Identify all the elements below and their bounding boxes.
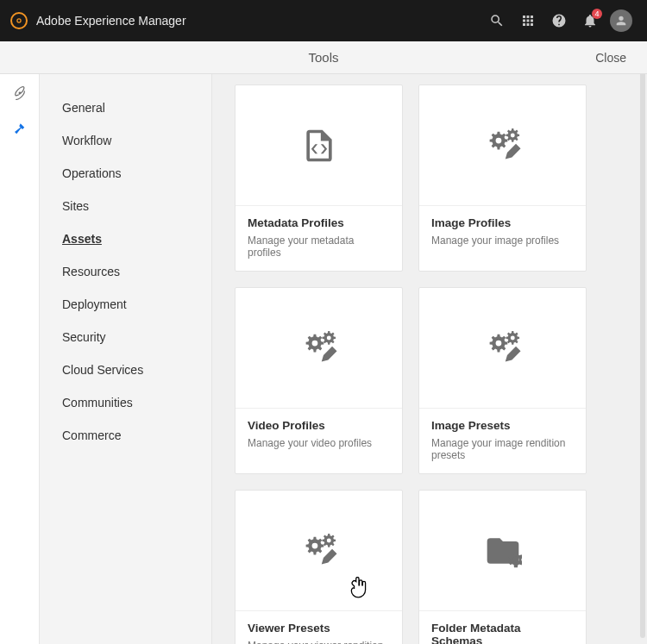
card-description: Manage your video profiles <box>248 437 390 449</box>
cursor-icon <box>348 577 370 603</box>
card-description: Manage your viewer rendition presets <box>248 640 390 644</box>
user-avatar[interactable] <box>606 5 637 36</box>
page-title: Tools <box>0 50 647 65</box>
sidebar-item-cloud-services[interactable]: Cloud Services <box>40 353 211 386</box>
search-icon[interactable] <box>481 5 512 36</box>
left-rail <box>0 74 40 644</box>
file-code-icon <box>236 85 402 206</box>
card-viewer-presets[interactable]: Viewer PresetsManage your viewer renditi… <box>235 490 403 644</box>
sidebar-item-general[interactable]: General <box>40 91 211 124</box>
solutions-grid-icon[interactable] <box>512 5 543 36</box>
card-title: Video Profiles <box>248 419 390 432</box>
sub-header: Tools Close <box>0 41 647 74</box>
card-title: Image Profiles <box>431 216 574 229</box>
card-metadata-profiles[interactable]: Metadata ProfilesManage your metadata pr… <box>235 84 403 272</box>
notifications-icon[interactable]: 4 <box>575 5 606 36</box>
tools-sidebar: General Workflow Operations Sites Assets… <box>40 74 212 644</box>
card-title: Folder Metadata Schemas <box>431 622 574 644</box>
card-image-profiles[interactable]: Image ProfilesManage your image profiles <box>418 84 587 272</box>
sidebar-item-workflow[interactable]: Workflow <box>40 124 211 157</box>
card-title: Metadata Profiles <box>248 216 390 229</box>
sidebar-item-commerce[interactable]: Commerce <box>40 419 211 452</box>
sidebar-item-resources[interactable]: Resources <box>40 255 211 288</box>
card-title: Image Presets <box>431 419 574 432</box>
gears-edit-icon <box>419 288 586 409</box>
sidebar-item-security[interactable]: Security <box>40 321 211 353</box>
card-description: Manage your metadata profiles <box>248 234 390 259</box>
sidebar-item-communities[interactable]: Communities <box>40 386 211 419</box>
navigation-icon[interactable] <box>9 83 30 103</box>
card-image-presets[interactable]: Image PresetsManage your image rendition… <box>418 287 587 474</box>
sidebar-item-deployment[interactable]: Deployment <box>40 288 211 321</box>
folder-gear-icon <box>419 491 586 611</box>
card-folder-metadata-schemas[interactable]: Folder Metadata SchemasManage your folde… <box>418 490 587 644</box>
card-description: Manage your image profiles <box>431 234 574 247</box>
svg-point-0 <box>17 19 21 22</box>
app-title[interactable]: Adobe Experience Manager <box>36 14 186 28</box>
sidebar-item-assets[interactable]: Assets <box>40 222 211 255</box>
card-title: Viewer Presets <box>248 622 390 635</box>
card-video-profiles[interactable]: Video ProfilesManage your video profiles <box>235 287 403 474</box>
global-header: Adobe Experience Manager 4 <box>0 0 647 41</box>
gears-edit-icon <box>236 491 402 611</box>
notification-badge: 4 <box>592 9 602 19</box>
window-scrollbar[interactable] <box>640 43 645 638</box>
help-icon[interactable] <box>543 5 575 36</box>
gears-edit-icon <box>419 85 586 206</box>
close-button[interactable]: Close <box>595 51 626 65</box>
adobe-logo-icon[interactable] <box>10 12 28 29</box>
sidebar-item-sites[interactable]: Sites <box>40 190 211 222</box>
tools-icon[interactable] <box>9 119 30 140</box>
card-description: Manage your image rendition presets <box>431 437 574 461</box>
gears-edit-icon <box>236 288 402 409</box>
tools-content: Metadata ProfilesManage your metadata pr… <box>212 74 647 644</box>
sidebar-item-operations[interactable]: Operations <box>40 157 211 190</box>
